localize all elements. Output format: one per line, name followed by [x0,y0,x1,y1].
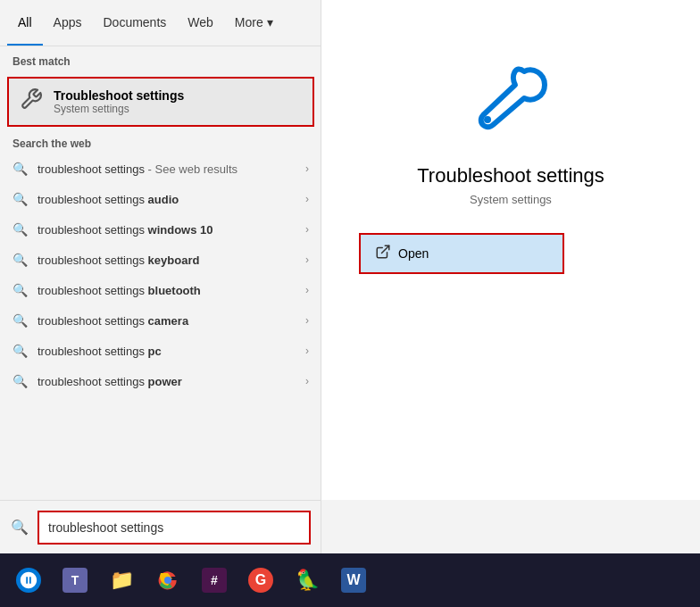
chevron-icon-6: › [305,314,309,327]
detail-title: Troubleshoot settings [417,164,604,187]
search-icon-1: 🔍 [12,162,29,176]
taskbar-teams[interactable]: T [54,559,96,602]
result-item-1[interactable]: 🔍 troubleshoot settings - See web result… [0,154,321,184]
open-button[interactable]: Open [359,233,564,274]
result-text-8: troubleshoot settings power [38,375,296,388]
result-text-6: troubleshoot settings camera [38,314,296,328]
chevron-icon-3: › [305,223,309,236]
svg-point-0 [484,116,491,123]
app-icon [466,54,555,146]
taskbar-explorer[interactable]: 📁 [100,559,143,602]
result-text-3: troubleshoot settings windows 10 [38,223,296,237]
chevron-icon-1: › [305,162,309,175]
result-item-3[interactable]: 🔍 troubleshoot settings windows 10 › [0,214,321,245]
result-item-4[interactable]: 🔍 troubleshoot settings keyboard › [0,245,321,275]
result-text-5: troubleshoot settings bluetooth [38,284,296,297]
search-input-value: troubleshoot settings [48,520,163,535]
chevron-icon-8: › [305,375,309,387]
taskbar-unknown1[interactable]: 🦜 [286,559,329,602]
wrench-icon [20,87,43,116]
detail-panel: Troubleshoot settings System settings Op… [321,0,700,500]
svg-line-1 [382,245,389,253]
chevron-icon-2: › [305,193,309,205]
taskbar: T 📁 # G 🦜 W [0,553,700,607]
search-icon-7: 🔍 [12,344,29,358]
result-text-7: troubleshoot settings pc [38,345,296,358]
best-match-text: Troubleshoot settings System settings [54,88,184,115]
result-text-2: troubleshoot settings audio [38,193,296,206]
bottom-search-bar: 🔍 troubleshoot settings [0,500,321,553]
result-text-1: troubleshoot settings - See web results [38,162,296,176]
result-item-5[interactable]: 🔍 troubleshoot settings bluetooth › [0,275,321,305]
result-item-6[interactable]: 🔍 troubleshoot settings camera › [0,305,321,336]
chevron-icon-7: › [305,345,309,357]
taskbar-google[interactable]: G [239,559,282,602]
detail-subtitle: System settings [470,193,552,206]
open-btn-container: Open [359,233,662,274]
result-item-8[interactable]: 🔍 troubleshoot settings power › [0,366,321,396]
svg-point-3 [164,577,171,584]
taskbar-word[interactable]: W [332,559,375,602]
search-input[interactable]: troubleshoot settings [38,511,311,545]
tab-all[interactable]: All [7,0,43,46]
taskbar-edge[interactable] [7,559,50,602]
search-icon-8: 🔍 [12,374,29,388]
best-match-subtitle: System settings [54,103,184,115]
search-icon-5: 🔍 [12,283,29,297]
tab-web[interactable]: Web [177,0,224,46]
tab-documents[interactable]: Documents [92,0,177,46]
search-icon-3: 🔍 [12,222,29,237]
best-match-label: Best match [0,46,321,73]
best-match-title: Troubleshoot settings [54,88,184,103]
search-icon-2: 🔍 [12,192,29,206]
search-panel: All Apps Documents Web More ▾ Best match… [0,0,321,553]
best-match-item[interactable]: Troubleshoot settings System settings [7,77,314,127]
tab-more[interactable]: More ▾ [224,0,284,46]
chevron-icon-5: › [305,284,309,296]
tabs-row: All Apps Documents Web More ▾ [0,0,321,46]
open-label: Open [398,246,429,261]
tab-apps[interactable]: Apps [43,0,93,46]
result-item-7[interactable]: 🔍 troubleshoot settings pc › [0,336,321,366]
taskbar-chrome[interactable] [146,559,189,602]
result-text-4: troubleshoot settings keyboard [38,254,296,267]
search-icon-6: 🔍 [12,313,29,328]
search-icon-bottom: 🔍 [11,519,29,536]
taskbar-slack[interactable]: # [193,559,236,602]
result-item-2[interactable]: 🔍 troubleshoot settings audio › [0,184,321,214]
chevron-icon-4: › [305,254,309,266]
search-icon-4: 🔍 [12,253,29,267]
search-web-label: Search the web [0,130,321,154]
open-icon [375,244,391,263]
